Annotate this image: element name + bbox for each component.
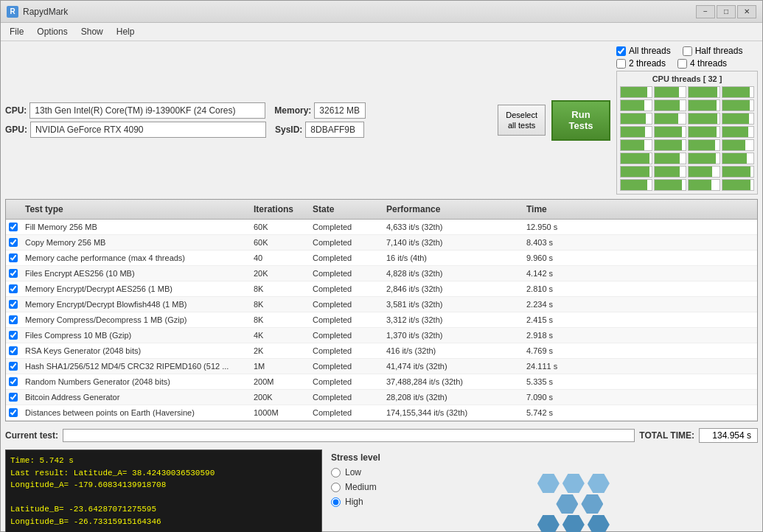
thread-bar-14 [688,126,720,138]
table-header: Test type Iterations State Performance T… [6,200,757,220]
two-threads-checkbox[interactable] [616,59,626,69]
half-threads-checkbox[interactable] [683,46,692,56]
table-row: Memory cache performance (max 4 threads)… [6,251,757,266]
thread-options-group: All threads Half threads 2 threads 4 thr… [616,46,758,195]
thread-bar-15 [722,126,754,138]
stress-high-radio[interactable] [331,497,341,507]
console-line: Longitude_B= -26.73315915164346 [10,516,317,528]
row-checkbox-9[interactable] [9,362,18,371]
hex-3 [588,474,610,493]
row-checkbox-4[interactable] [9,284,18,293]
header-time: Time [522,203,596,216]
half-threads-label: Half threads [695,46,743,56]
header-iterations: Iterations [249,203,308,216]
row-state-12: Completed [308,407,382,419]
console-line: Last result: Latitude_A= 38.424300365305… [10,467,317,480]
minimize-button[interactable]: − [696,5,715,18]
thread-bar-5 [654,99,686,111]
test-table: Test type Iterations State Performance T… [5,199,758,421]
row-time-3: 4.142 s [522,267,596,279]
row-checkbox-7[interactable] [9,331,18,340]
four-threads-checkbox[interactable] [677,59,687,69]
row-checkbox-5[interactable] [9,300,18,309]
row-checkbox-8[interactable] [9,346,18,355]
hex-row-3 [537,515,610,532]
stress-low: Low [331,467,380,477]
menu-file[interactable]: File [4,24,29,39]
thread-bar-16 [620,139,652,151]
row-iterations-6: 8K [249,314,308,326]
row-performance-1: 7,140 it/s (32th) [382,237,522,248]
maximize-button[interactable]: □ [717,5,736,18]
row-checkbox-cell [6,376,21,388]
total-time-value: 134.954 s [699,428,758,443]
app-title: RapydMark [23,7,68,17]
stress-title: Stress level [331,452,380,463]
row-state-5: Completed [308,298,382,310]
all-threads-checkbox[interactable] [616,46,626,56]
thread-bar-25 [654,166,686,178]
header-state: State [308,203,382,216]
row-performance-2: 16 it/s (4th) [382,252,522,264]
row-test-5: Memory Encrypt/Decrypt Blowfish448 (1 MB… [21,298,249,310]
row-iterations-8: 2K [249,345,308,357]
cpu-label: CPU: [5,105,27,116]
main-window: R RapydMark − □ ✕ File Options Show Help… [0,0,763,532]
table-row: Distances between points on Earth (Haver… [6,405,757,421]
console-line [10,491,317,504]
row-checkbox-1[interactable] [9,238,18,247]
row-checkbox-6[interactable] [9,315,18,324]
thread-row-2: 2 threads 4 threads [616,58,758,69]
hex-7 [562,515,585,532]
row-test-10: Random Numbers Generator (2048 bits) [21,376,249,388]
row-time-1: 8.403 s [522,237,596,248]
row-checkbox-2[interactable] [9,253,18,262]
deselect-line1: Deselect [506,110,537,120]
thread-bar-20 [620,153,652,164]
row-state-3: Completed [308,267,382,279]
thread-bar-7 [722,99,754,111]
deselect-button[interactable]: Deselect all tests [498,105,546,136]
row-checkbox-cell [6,267,21,279]
close-button[interactable]: ✕ [737,5,756,18]
stress-medium-radio[interactable] [331,483,341,492]
row-time-4: 2.810 s [522,283,596,295]
row-test-2: Memory cache performance (max 4 threads) [21,252,249,264]
row-time-7: 2.918 s [522,329,596,341]
row-performance-0: 4,633 it/s (32th) [382,221,522,233]
header-test: Test type [21,203,249,216]
window-controls: − □ ✕ [696,5,756,18]
run-button[interactable]: Run Tests [551,100,610,141]
stress-high-label: High [345,497,363,507]
row-iterations-5: 8K [249,298,308,310]
row-time-0: 12.950 s [522,221,596,233]
row-checkbox-10[interactable] [9,377,18,386]
main-content: CPU: 13th Gen Intel(R) Core(TM) i9-13900… [1,41,762,532]
table-row: Memory Encrypt/Decrypt AES256 (1 MB) 8K … [6,281,757,297]
hex-row-1 [537,474,610,493]
thread-bar-31 [722,179,754,191]
row-iterations-1: 60K [249,237,308,248]
row-checkbox-3[interactable] [9,269,18,278]
stress-low-radio[interactable] [331,468,341,477]
row-checkbox-0[interactable] [9,223,18,231]
row-state-10: Completed [308,376,382,388]
row-checkbox-12[interactable] [9,408,18,417]
logo-area: RapydMarkbit 64 [389,449,758,532]
gpu-value: NVIDIA GeForce RTX 4090 [30,122,266,138]
row-iterations-4: 8K [249,283,308,295]
menu-show[interactable]: Show [75,24,109,39]
row-checkbox-11[interactable] [9,393,18,402]
row-iterations-11: 200K [249,391,308,403]
sysid-label: SysID: [275,125,302,135]
row-checkbox-cell [6,283,21,295]
current-test-row: Current test: TOTAL TIME: 134.954 s [5,426,758,445]
menu-help[interactable]: Help [111,24,141,39]
row-iterations-9: 1M [249,360,308,372]
row-state-0: Completed [308,221,382,233]
thread-bar-21 [654,153,686,164]
thread-bar-9 [654,113,686,125]
row-performance-3: 4,828 it/s (32th) [382,267,522,279]
row-checkbox-cell [6,345,21,357]
menu-options[interactable]: Options [31,24,73,39]
